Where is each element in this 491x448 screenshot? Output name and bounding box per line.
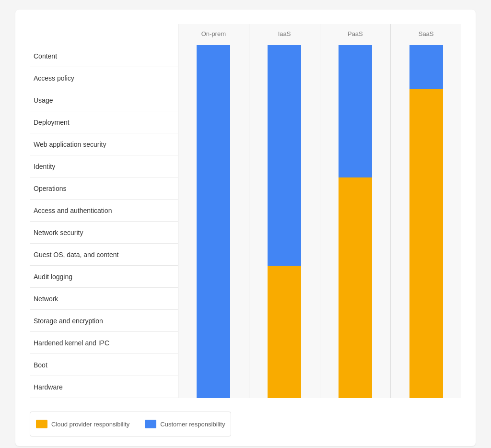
column-iaas: IaaS	[249, 24, 320, 398]
legend-item-provider: Cloud provider responsibility	[36, 420, 129, 428]
row-label-guest-os: Guest OS, data, and content	[30, 244, 178, 266]
row-label-audit-logging: Audit logging	[30, 266, 178, 288]
chart-area: Content Access policy Usage Deployment W…	[30, 24, 461, 398]
row-label-network: Network	[30, 288, 178, 310]
legend-swatch-blue	[145, 420, 156, 428]
row-label-hardened-kernel: Hardened kernel and IPC	[30, 332, 178, 354]
row-label-boot: Boot	[30, 354, 178, 376]
legend-label-provider: Cloud provider responsibility	[51, 421, 129, 428]
row-labels: Content Access policy Usage Deployment W…	[30, 24, 178, 398]
row-label-storage-encryption: Storage and encryption	[30, 310, 178, 332]
legend: Cloud provider responsibility Customer r…	[30, 412, 231, 436]
bar-segment-orange-saas	[409, 89, 443, 398]
bar-onprem	[197, 45, 230, 398]
column-paas: PaaS	[320, 24, 391, 398]
row-label-web-app-security: Web application security	[30, 133, 178, 155]
bar-wrapper-onprem	[187, 45, 240, 398]
bar-segment-orange-iaas	[268, 266, 301, 398]
column-header-paas: PaaS	[329, 24, 382, 43]
bar-segment-blue-iaas	[268, 45, 301, 266]
column-header-onprem: On-prem	[187, 24, 240, 43]
row-label-content: Content	[30, 45, 178, 67]
row-label-access-auth: Access and authentication	[30, 200, 178, 222]
row-label-network-security: Network security	[30, 222, 178, 244]
column-header-iaas: IaaS	[258, 24, 311, 43]
bar-segment-blue-onprem	[197, 45, 230, 398]
chart-container: Content Access policy Usage Deployment W…	[15, 10, 476, 446]
row-label-deployment: Deployment	[30, 111, 178, 133]
legend-item-customer: Customer responsibility	[145, 420, 225, 428]
row-label-hardware: Hardware	[30, 376, 178, 398]
columns-area: On-prem IaaS PaaS	[178, 24, 461, 398]
legend-swatch-orange	[36, 420, 47, 428]
bar-segment-blue-saas	[409, 45, 443, 89]
bar-paas	[339, 45, 372, 398]
bar-wrapper-iaas	[258, 45, 311, 398]
bar-saas	[409, 45, 443, 398]
column-saas: SaaS	[391, 24, 461, 398]
bar-segment-orange-paas	[339, 177, 372, 398]
row-label-operations: Operations	[30, 177, 178, 200]
row-label-identity: Identity	[30, 155, 178, 177]
row-label-access-policy: Access policy	[30, 67, 178, 89]
legend-label-customer: Customer responsibility	[160, 421, 225, 428]
bar-wrapper-saas	[399, 45, 453, 398]
bar-segment-blue-paas	[339, 45, 372, 177]
bar-iaas	[268, 45, 301, 398]
column-onprem: On-prem	[178, 24, 249, 398]
column-header-saas: SaaS	[399, 24, 453, 43]
row-label-usage: Usage	[30, 89, 178, 111]
bar-wrapper-paas	[329, 45, 382, 398]
